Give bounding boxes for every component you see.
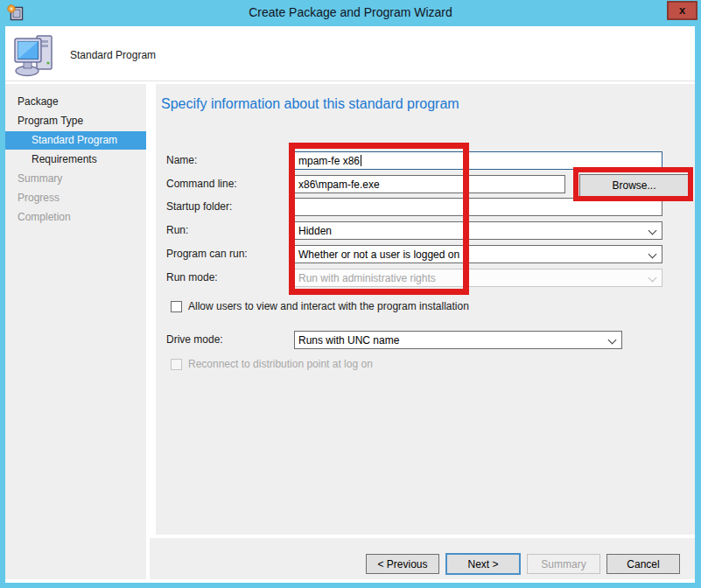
- run-value: Hidden: [298, 225, 332, 237]
- summary-button: Summary: [527, 554, 600, 574]
- next-button[interactable]: Next >: [445, 553, 521, 575]
- name-value: mpam-fe x86: [298, 155, 360, 167]
- command-line-label: Command line:: [166, 175, 237, 193]
- chevron-down-icon: [608, 336, 617, 345]
- sidebar-item-summary: Summary: [5, 170, 146, 188]
- reconnect-label: Reconnect to distribution point at log o…: [188, 358, 373, 370]
- program-can-run-label: Program can run:: [166, 245, 248, 263]
- sidebar-item-program-type[interactable]: Program Type: [5, 112, 146, 130]
- run-mode-label: Run mode:: [166, 269, 218, 287]
- page-heading: Specify information about this standard …: [161, 96, 459, 112]
- run-label: Run:: [166, 221, 188, 240]
- run-dropdown[interactable]: Hidden: [294, 221, 662, 240]
- chevron-down-icon: [648, 274, 657, 283]
- startup-folder-input[interactable]: [294, 198, 662, 216]
- sidebar-item-package[interactable]: Package: [5, 93, 146, 111]
- allow-interact-checkbox-row[interactable]: Allow users to view and interact with th…: [171, 300, 469, 312]
- previous-button[interactable]: < Previous: [366, 554, 439, 574]
- cancel-button[interactable]: Cancel: [606, 554, 680, 574]
- program-can-run-value: Whether or not a user is logged on: [298, 248, 459, 261]
- command-line-value: x86\mpam-fe.exe: [298, 178, 380, 191]
- allow-interact-checkbox[interactable]: [171, 301, 182, 312]
- browse-button[interactable]: Browse...: [579, 174, 689, 197]
- wizard-window: Create Package and Program Wizard x Stan…: [0, 0, 701, 588]
- title-bar: Create Package and Program Wizard x: [0, 0, 701, 26]
- chevron-down-icon: [648, 227, 657, 235]
- sidebar-item-progress: Progress: [5, 189, 146, 207]
- run-mode-value: Run with administrative rights: [298, 272, 436, 284]
- reconnect-checkbox: [171, 359, 182, 370]
- startup-folder-label: Startup folder:: [166, 198, 232, 216]
- header-title: Standard Program: [70, 49, 156, 61]
- sidebar-item-standard-program[interactable]: Standard Program: [5, 131, 146, 150]
- name-label: Name:: [166, 151, 197, 170]
- run-mode-dropdown: Run with administrative rights: [294, 269, 662, 287]
- reconnect-checkbox-row: Reconnect to distribution point at log o…: [171, 358, 373, 370]
- drive-mode-dropdown[interactable]: Runs with UNC name: [294, 331, 622, 349]
- window-title: Create Package and Program Wizard: [0, 5, 701, 19]
- computer-icon: [13, 32, 59, 77]
- text-caret: [361, 155, 361, 166]
- command-line-input[interactable]: x86\mpam-fe.exe: [294, 175, 565, 193]
- allow-interact-label: Allow users to view and interact with th…: [188, 300, 469, 312]
- chevron-down-icon: [648, 250, 657, 259]
- sidebar-item-completion: Completion: [5, 208, 146, 227]
- drive-mode-value: Runs with UNC name: [298, 334, 399, 346]
- close-button[interactable]: x: [667, 1, 697, 20]
- wizard-header: Standard Program: [5, 26, 695, 81]
- sidebar-item-requirements[interactable]: Requirements: [5, 150, 146, 169]
- name-input[interactable]: mpam-fe x86: [294, 151, 662, 170]
- drive-mode-label: Drive mode:: [166, 331, 223, 349]
- program-can-run-dropdown[interactable]: Whether or not a user is logged on: [294, 245, 662, 263]
- wizard-steps-sidebar: Package Program Type Standard Program Re…: [5, 84, 146, 579]
